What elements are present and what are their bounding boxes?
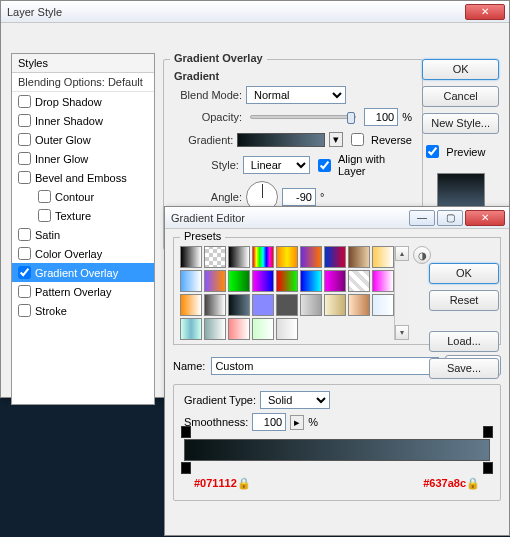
preset-swatch[interactable] bbox=[204, 270, 226, 292]
preset-swatch[interactable] bbox=[372, 270, 394, 292]
preset-swatch[interactable] bbox=[180, 270, 202, 292]
preset-swatch[interactable] bbox=[276, 246, 298, 268]
preset-swatch[interactable] bbox=[300, 270, 322, 292]
preset-swatch[interactable] bbox=[228, 318, 250, 340]
preset-swatch[interactable] bbox=[348, 246, 370, 268]
style-row-contour[interactable]: Contour bbox=[12, 187, 154, 206]
smoothness-stepper-icon[interactable]: ▸ bbox=[290, 415, 304, 430]
style-row-texture[interactable]: Texture bbox=[12, 206, 154, 225]
preset-swatch[interactable] bbox=[300, 294, 322, 316]
pct-label: % bbox=[308, 416, 318, 428]
style-row-inner-glow[interactable]: Inner Glow bbox=[12, 149, 154, 168]
style-row-satin[interactable]: Satin bbox=[12, 225, 154, 244]
opacity-stop-left[interactable] bbox=[181, 426, 191, 438]
style-row-outer-glow[interactable]: Outer Glow bbox=[12, 130, 154, 149]
style-checkbox[interactable] bbox=[18, 95, 31, 108]
style-checkbox[interactable] bbox=[18, 285, 31, 298]
gradient-sublegend: Gradient bbox=[174, 70, 412, 82]
gradient-bar[interactable] bbox=[184, 439, 490, 461]
preset-swatch[interactable] bbox=[204, 246, 226, 268]
preset-swatch[interactable] bbox=[324, 246, 346, 268]
smoothness-input[interactable] bbox=[252, 413, 286, 431]
preset-swatch[interactable] bbox=[180, 294, 202, 316]
ok-button[interactable]: OK bbox=[422, 59, 499, 80]
opacity-slider[interactable] bbox=[250, 115, 356, 119]
preset-menu-icon[interactable]: ◑ bbox=[413, 246, 431, 264]
preset-swatch[interactable] bbox=[252, 246, 274, 268]
gradient-swatch[interactable] bbox=[237, 133, 325, 147]
reset-button[interactable]: Reset bbox=[429, 290, 499, 311]
style-checkbox[interactable] bbox=[18, 266, 31, 279]
layer-style-titlebar[interactable]: Layer Style ✕ bbox=[1, 1, 509, 23]
styles-header[interactable]: Styles bbox=[12, 54, 154, 73]
blend-mode-select[interactable]: Normal bbox=[246, 86, 346, 104]
preset-swatch[interactable] bbox=[276, 294, 298, 316]
preset-swatch[interactable] bbox=[180, 246, 202, 268]
style-row-bevel-and-emboss[interactable]: Bevel and Emboss bbox=[12, 168, 154, 187]
style-checkbox[interactable] bbox=[18, 247, 31, 260]
style-checkbox[interactable] bbox=[18, 304, 31, 317]
preset-swatch[interactable] bbox=[180, 318, 202, 340]
style-select[interactable]: Linear bbox=[243, 156, 310, 174]
preset-swatch[interactable] bbox=[276, 318, 298, 340]
color-stop-left[interactable] bbox=[181, 462, 191, 474]
preset-swatch[interactable] bbox=[228, 270, 250, 292]
preset-swatch[interactable] bbox=[324, 270, 346, 292]
new-style-button[interactable]: New Style... bbox=[422, 113, 499, 134]
color-stop-right[interactable] bbox=[483, 462, 493, 474]
style-row-pattern-overlay[interactable]: Pattern Overlay bbox=[12, 282, 154, 301]
preset-swatch[interactable] bbox=[204, 294, 226, 316]
preset-swatch[interactable] bbox=[372, 246, 394, 268]
gradient-label: Gradient: bbox=[174, 134, 233, 146]
cancel-button[interactable]: Cancel bbox=[422, 86, 499, 107]
style-checkbox[interactable] bbox=[18, 152, 31, 165]
name-input[interactable] bbox=[211, 357, 439, 375]
style-checkbox[interactable] bbox=[38, 190, 51, 203]
style-checkbox[interactable] bbox=[18, 228, 31, 241]
gradient-type-select[interactable]: Solid bbox=[260, 391, 330, 409]
minimize-icon[interactable]: — bbox=[409, 210, 435, 226]
gradient-editor-titlebar[interactable]: Gradient Editor — ▢ ✕ bbox=[165, 207, 509, 229]
ok-button[interactable]: OK bbox=[429, 263, 499, 284]
preset-swatch[interactable] bbox=[348, 270, 370, 292]
style-checkbox[interactable] bbox=[38, 209, 51, 222]
load-button[interactable]: Load... bbox=[429, 331, 499, 352]
preset-swatch[interactable] bbox=[300, 246, 322, 268]
opacity-input[interactable] bbox=[364, 108, 398, 126]
blending-options-row[interactable]: Blending Options: Default bbox=[12, 73, 154, 92]
style-checkbox[interactable] bbox=[18, 133, 31, 146]
style-row-gradient-overlay[interactable]: Gradient Overlay bbox=[12, 263, 154, 282]
close-icon[interactable]: ✕ bbox=[465, 210, 505, 226]
preset-swatch[interactable] bbox=[204, 318, 226, 340]
align-checkbox[interactable] bbox=[318, 159, 331, 172]
preset-swatch[interactable] bbox=[252, 270, 274, 292]
scroll-up-icon[interactable]: ▴ bbox=[395, 246, 409, 261]
scroll-down-icon[interactable]: ▾ bbox=[395, 325, 409, 340]
preset-scrollbar[interactable]: ▴ ▾ bbox=[394, 246, 409, 340]
opacity-stop-right[interactable] bbox=[483, 426, 493, 438]
preset-swatch[interactable] bbox=[276, 270, 298, 292]
preview-checkbox[interactable] bbox=[426, 145, 439, 158]
style-checkbox[interactable] bbox=[18, 171, 31, 184]
style-checkbox[interactable] bbox=[18, 114, 31, 127]
maximize-icon[interactable]: ▢ bbox=[437, 210, 463, 226]
style-row-stroke[interactable]: Stroke bbox=[12, 301, 154, 320]
style-row-inner-shadow[interactable]: Inner Shadow bbox=[12, 111, 154, 130]
preset-swatch[interactable] bbox=[228, 294, 250, 316]
chevron-down-icon[interactable]: ▾ bbox=[329, 132, 343, 147]
preset-swatch[interactable] bbox=[348, 294, 370, 316]
blend-mode-label: Blend Mode: bbox=[174, 89, 242, 101]
close-icon[interactable]: ✕ bbox=[465, 4, 505, 20]
style-row-drop-shadow[interactable]: Drop Shadow bbox=[12, 92, 154, 111]
style-row-color-overlay[interactable]: Color Overlay bbox=[12, 244, 154, 263]
style-label: Stroke bbox=[35, 305, 67, 317]
preset-swatch[interactable] bbox=[324, 294, 346, 316]
save-button[interactable]: Save... bbox=[429, 358, 499, 379]
angle-input[interactable] bbox=[282, 188, 316, 206]
reverse-checkbox[interactable] bbox=[351, 133, 364, 146]
preset-swatch[interactable] bbox=[372, 294, 394, 316]
name-label: Name: bbox=[173, 360, 205, 372]
preset-swatch[interactable] bbox=[252, 318, 274, 340]
preset-swatch[interactable] bbox=[252, 294, 274, 316]
preset-swatch[interactable] bbox=[228, 246, 250, 268]
